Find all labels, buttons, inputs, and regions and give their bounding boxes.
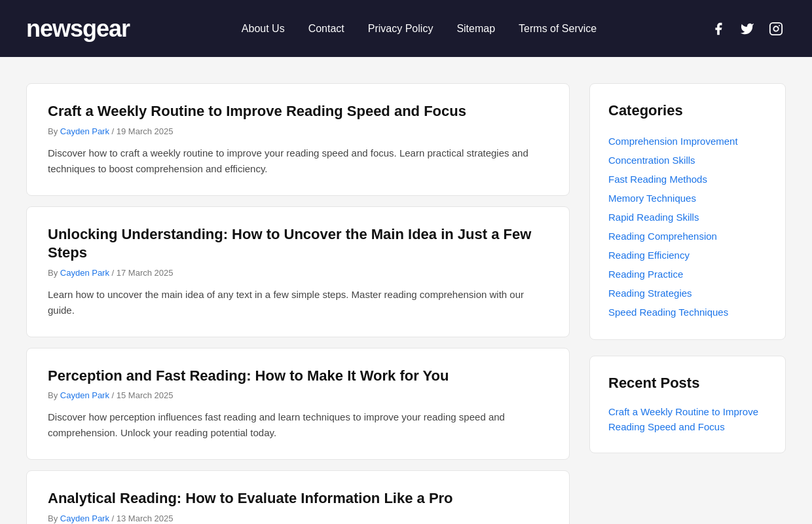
- list-item: Comprehension Improvement: [608, 132, 767, 150]
- nav-link-contact[interactable]: Contact: [308, 23, 344, 35]
- category-link[interactable]: Fast Reading Methods: [608, 170, 767, 188]
- list-item: Reading Practice: [608, 265, 767, 283]
- nav-link-privacy-policy[interactable]: Privacy Policy: [368, 23, 434, 35]
- category-link[interactable]: Concentration Skills: [608, 151, 767, 169]
- svg-rect-0: [770, 22, 782, 34]
- article-title[interactable]: Perception and Fast Reading: How to Make…: [48, 367, 548, 386]
- article-meta: By Cayden Park / 17 March 2025: [48, 268, 548, 278]
- list-item: Reading Efficiency: [608, 246, 767, 264]
- article-card: Perception and Fast Reading: How to Make…: [26, 348, 570, 460]
- article-title[interactable]: Unlocking Understanding: How to Uncover …: [48, 225, 548, 263]
- article-meta: By Cayden Park / 13 March 2025: [48, 514, 548, 523]
- list-item: Reading Strategies: [608, 284, 767, 302]
- article-title[interactable]: Craft a Weekly Routine to Improve Readin…: [48, 102, 548, 121]
- article-card: Craft a Weekly Routine to Improve Readin…: [26, 83, 570, 196]
- page-container: Craft a Weekly Routine to Improve Readin…: [13, 57, 799, 524]
- site-header: newsgear About UsContactPrivacy PolicySi…: [0, 0, 812, 57]
- category-list: Comprehension ImprovementConcentration S…: [608, 132, 767, 321]
- article-author[interactable]: Cayden Park: [60, 268, 109, 278]
- article-meta: By Cayden Park / 15 March 2025: [48, 390, 548, 400]
- list-item: Rapid Reading Skills: [608, 208, 767, 226]
- category-link[interactable]: Memory Techniques: [608, 189, 767, 207]
- list-item: Concentration Skills: [608, 151, 767, 169]
- recent-post-link[interactable]: Craft a Weekly Routine to Improve Readin…: [608, 406, 758, 432]
- main-nav: About UsContactPrivacy PolicySitemapTerm…: [242, 23, 597, 35]
- nav-link-terms-of-service[interactable]: Terms of Service: [519, 23, 597, 35]
- article-author[interactable]: Cayden Park: [60, 390, 109, 400]
- recent-posts-widget: Recent Posts Craft a Weekly Routine to I…: [589, 356, 786, 453]
- nav-link-sitemap[interactable]: Sitemap: [456, 23, 495, 35]
- article-card: Unlocking Understanding: How to Uncover …: [26, 206, 570, 337]
- social-icons: [709, 19, 786, 39]
- sidebar: Categories Comprehension ImprovementConc…: [589, 83, 786, 524]
- list-item: Speed Reading Techniques: [608, 303, 767, 321]
- list-item: Reading Comprehension: [608, 227, 767, 245]
- category-link[interactable]: Comprehension Improvement: [608, 132, 767, 150]
- list-item: Fast Reading Methods: [608, 170, 767, 188]
- nav-link-about-us[interactable]: About Us: [242, 23, 285, 35]
- article-card: Analytical Reading: How to Evaluate Info…: [26, 470, 570, 524]
- article-title[interactable]: Analytical Reading: How to Evaluate Info…: [48, 489, 548, 508]
- article-excerpt: Learn how to uncover the main idea of an…: [48, 287, 548, 318]
- categories-title: Categories: [608, 102, 767, 119]
- twitter-icon[interactable]: [737, 19, 757, 39]
- categories-widget: Categories Comprehension ImprovementConc…: [589, 83, 786, 340]
- list-item: Memory Techniques: [608, 189, 767, 207]
- article-excerpt: Discover how perception influences fast …: [48, 409, 548, 441]
- category-link[interactable]: Reading Practice: [608, 265, 767, 283]
- article-list: Craft a Weekly Routine to Improve Readin…: [26, 83, 570, 524]
- category-link[interactable]: Rapid Reading Skills: [608, 208, 767, 226]
- recent-posts-title: Recent Posts: [608, 375, 767, 392]
- category-link[interactable]: Speed Reading Techniques: [608, 303, 767, 321]
- article-meta: By Cayden Park / 19 March 2025: [48, 126, 548, 136]
- article-author[interactable]: Cayden Park: [60, 126, 109, 136]
- recent-posts-list: Craft a Weekly Routine to Improve Readin…: [608, 405, 767, 434]
- category-link[interactable]: Reading Strategies: [608, 284, 767, 302]
- instagram-icon[interactable]: [766, 19, 786, 39]
- facebook-icon[interactable]: [709, 19, 728, 39]
- article-excerpt: Discover how to craft a weekly routine t…: [48, 145, 548, 177]
- category-link[interactable]: Reading Efficiency: [608, 246, 767, 264]
- article-author[interactable]: Cayden Park: [60, 514, 109, 523]
- logo[interactable]: newsgear: [26, 15, 130, 43]
- category-link[interactable]: Reading Comprehension: [608, 227, 767, 245]
